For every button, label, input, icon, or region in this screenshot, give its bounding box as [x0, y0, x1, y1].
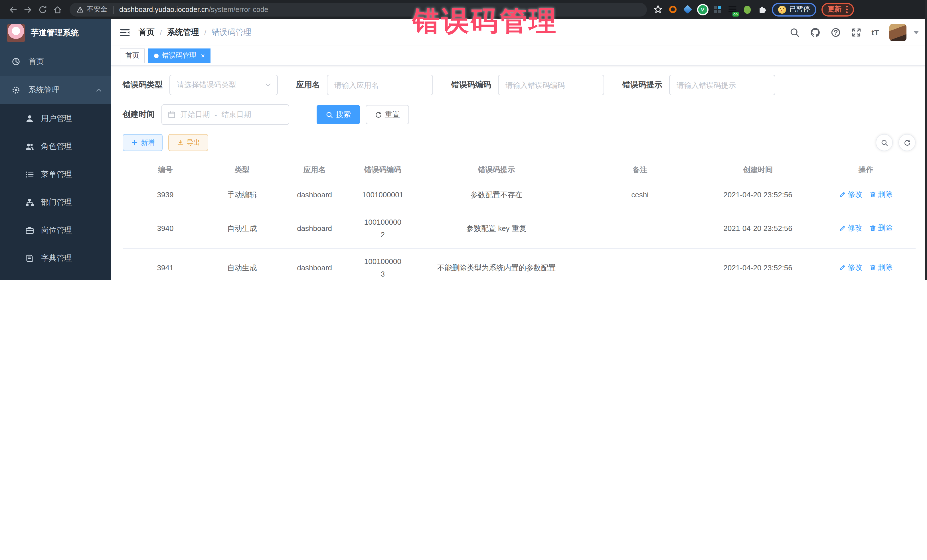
error-hint-input[interactable]: [669, 75, 775, 95]
address-bar[interactable]: 不安全 dashboard.yudao.iocoder.cn/system/er…: [70, 3, 647, 16]
delete-link[interactable]: 删除: [869, 222, 893, 234]
green-check-extension-icon[interactable]: V: [698, 5, 707, 14]
trash-icon: [869, 264, 876, 271]
question-icon[interactable]: [831, 27, 841, 37]
url-host: dashboard.yudao.iocoder.cn: [119, 5, 209, 14]
update-button[interactable]: 更新: [821, 3, 854, 16]
breadcrumb-item[interactable]: 首页: [138, 27, 155, 37]
org-tree-icon: [25, 197, 34, 207]
reload-icon[interactable]: [35, 2, 50, 17]
user-avatar[interactable]: [889, 24, 906, 41]
error-code-type-select[interactable]: 请选择错误码类型: [169, 75, 278, 95]
date-end-placeholder: 结束日期: [222, 109, 251, 120]
edit-icon: [839, 225, 846, 232]
forward-icon[interactable]: [21, 2, 35, 17]
edit-link[interactable]: 修改: [839, 222, 863, 234]
tag-item[interactable]: 首页: [120, 48, 145, 63]
table-cell: 参数配置不存在: [413, 182, 581, 208]
add-button[interactable]: 新增: [123, 134, 163, 151]
hamburger-icon[interactable]: [119, 27, 131, 38]
sidebar-item-menu-mgmt[interactable]: 菜单管理: [0, 160, 111, 188]
sidebar-item-notice[interactable]: 通知公告: [0, 272, 111, 280]
table-row: 3939手动编辑dashboard1001000001参数配置不存在ceshi2…: [123, 181, 916, 209]
table-cell: 3939: [123, 182, 208, 208]
sidebar-item-home[interactable]: 首页: [0, 47, 111, 76]
column-header: 备注: [580, 159, 699, 181]
table-cell: 自动生成: [208, 216, 276, 242]
sidebar-item-system-mgmt[interactable]: 系统管理: [0, 76, 111, 104]
create-time-range-picker[interactable]: 开始日期 - 结束日期: [161, 104, 289, 125]
puzzle-extensions-icon[interactable]: [757, 5, 767, 14]
blue-gem-extension-icon[interactable]: [683, 5, 693, 14]
create-time-label: 创建时间: [123, 109, 161, 120]
row-actions: 修改 删除: [816, 181, 916, 209]
edit-link[interactable]: 修改: [839, 261, 863, 274]
back-icon[interactable]: [6, 2, 21, 17]
delete-label: 删除: [878, 222, 893, 234]
tags-bar: 首页错误码管理×: [111, 46, 927, 65]
filter-form-row-1: 错误码类型请选择错误码类型应用名错误码编码错误码提示: [123, 75, 916, 95]
blue-grid-extension-icon[interactable]: [713, 5, 722, 14]
table-body: 3939手动编辑dashboard1001000001参数配置不存在ceshi2…: [123, 181, 916, 280]
close-icon[interactable]: ×: [201, 52, 205, 59]
edit-link[interactable]: 修改: [839, 188, 863, 201]
refresh-table-button[interactable]: [898, 134, 916, 151]
edit-icon: [839, 264, 846, 271]
error-code-input[interactable]: [498, 75, 604, 95]
sidebar-item-user-mgmt[interactable]: 用户管理: [0, 104, 111, 132]
sidebar-item-dept-mgmt[interactable]: 部门管理: [0, 188, 111, 216]
app-name-input[interactable]: [327, 75, 433, 95]
column-header: 错误码编码: [353, 159, 412, 181]
bookmark-star-icon[interactable]: [653, 4, 663, 15]
sidebar-item-label: 用户管理: [41, 113, 102, 123]
update-label: 更新: [828, 5, 842, 14]
delete-link[interactable]: 删除: [869, 188, 893, 201]
table-row: 3941自动生成dashboard100100000 3不能删除类型为系统内置的…: [123, 249, 916, 280]
table-cell: dashboard: [276, 216, 353, 242]
reset-button[interactable]: 重置: [366, 105, 409, 124]
sidebar-menu: 首页系统管理用户管理角色管理菜单管理部门管理岗位管理字典管理通知公告审计日志在线…: [0, 47, 111, 280]
sidebar-item-role-mgmt[interactable]: 角色管理: [0, 132, 111, 160]
export-button[interactable]: 导出: [168, 134, 208, 151]
column-header: 创建时间: [700, 159, 816, 181]
sidebar-item-label: 菜单管理: [41, 169, 102, 179]
search-label: 搜索: [336, 109, 351, 120]
sidebar-item-label: 角色管理: [41, 141, 102, 152]
browser-menu-icon[interactable]: [846, 6, 848, 13]
browser-scrollbar[interactable]: [925, 0, 927, 280]
breadcrumb-separator: /: [160, 28, 162, 37]
search-icon[interactable]: [790, 27, 800, 37]
github-icon[interactable]: [810, 27, 820, 37]
column-header: 应用名: [276, 159, 353, 181]
table-cell: dashboard: [276, 255, 353, 280]
sidebar-item-post-mgmt[interactable]: 岗位管理: [0, 216, 111, 244]
delete-link[interactable]: 删除: [869, 261, 893, 274]
profile-chip[interactable]: 已暂停: [772, 3, 816, 16]
table-cell: 100100000 3: [353, 249, 412, 280]
list-on-extension-icon[interactable]: on: [727, 5, 737, 14]
home-icon[interactable]: [50, 2, 65, 17]
table-cell: 1001000001: [353, 182, 412, 208]
caret-down-icon[interactable]: [913, 30, 919, 34]
edit-label: 修改: [848, 222, 863, 234]
table-cell: 手动编辑: [208, 182, 276, 208]
sidebar-item-dict-mgmt[interactable]: 字典管理: [0, 244, 111, 272]
table-cell: [580, 261, 699, 275]
search-button[interactable]: 搜索: [317, 105, 360, 124]
breadcrumb-item[interactable]: 系统管理: [167, 27, 199, 37]
error-code-label: 错误码编码: [451, 80, 498, 90]
tag-label: 错误码管理: [162, 51, 196, 61]
tag-active[interactable]: 错误码管理×: [148, 48, 211, 63]
column-header: 错误码提示: [413, 159, 581, 181]
error-code-table: 编号类型应用名错误码编码错误码提示备注创建时间操作 3939手动编辑dashbo…: [123, 159, 916, 280]
orange-ring-extension-icon[interactable]: [668, 5, 678, 14]
fullscreen-icon[interactable]: [851, 27, 862, 37]
warning-icon: [76, 6, 84, 13]
toggle-search-button[interactable]: [876, 134, 893, 151]
font-size-icon[interactable]: tT: [872, 28, 879, 37]
logo-row[interactable]: 芋道管理系统: [0, 19, 111, 47]
refresh-icon: [903, 139, 911, 146]
green-person-extension-icon[interactable]: [742, 5, 752, 14]
select-placeholder: 请选择错误码类型: [177, 80, 236, 90]
table-cell: ceshi: [580, 182, 699, 208]
